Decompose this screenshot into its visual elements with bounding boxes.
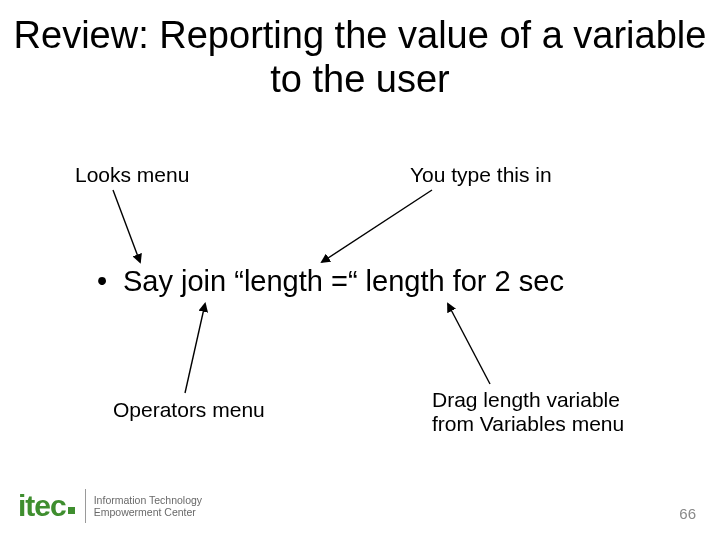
logo-text: Information Technology Empowerment Cente…: [94, 494, 202, 518]
page-number: 66: [679, 505, 696, 522]
label-you-type: You type this in: [410, 163, 552, 187]
svg-line-0: [113, 190, 140, 262]
slide-title: Review: Reporting the value of a variabl…: [0, 14, 720, 101]
label-operators-menu: Operators menu: [113, 398, 265, 422]
bullet-text: Say join “length =“ length for 2 sec: [123, 265, 564, 297]
svg-line-2: [185, 304, 205, 393]
label-drag-variable: Drag length variable from Variables menu: [432, 388, 642, 436]
svg-line-3: [448, 304, 490, 384]
logo-separator: [85, 489, 86, 523]
logo-mark: itec: [18, 491, 75, 521]
logo: itec Information Technology Empowerment …: [18, 489, 202, 523]
svg-line-1: [322, 190, 432, 262]
bullet-marker: •: [97, 266, 123, 298]
bullet-item: •Say join “length =“ length for 2 sec: [97, 266, 564, 298]
label-looks-menu: Looks menu: [75, 163, 189, 187]
